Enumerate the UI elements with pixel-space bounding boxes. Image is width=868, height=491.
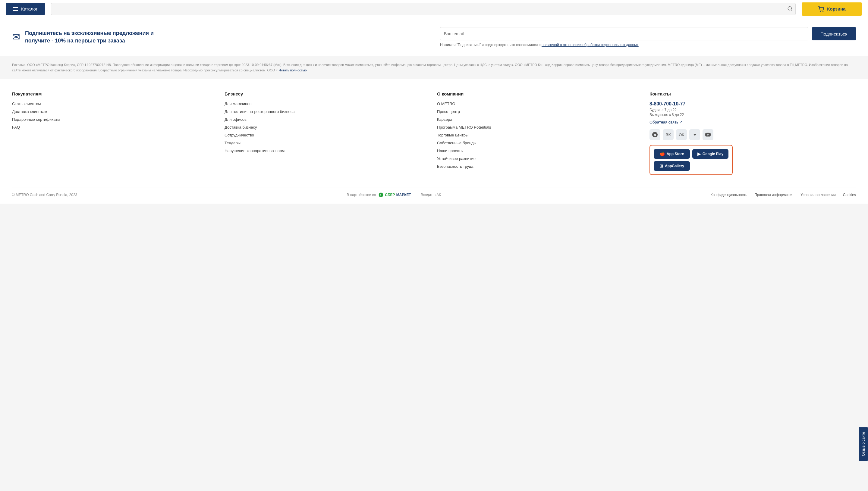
app-store-label: App Store bbox=[667, 152, 684, 156]
newsletter-title: Подпишитесь на эксклюзивные предложения … bbox=[25, 30, 154, 45]
svg-point-0 bbox=[788, 6, 791, 10]
list-item: Собственные бренды bbox=[437, 140, 643, 145]
subscribe-button[interactable]: Подписаться bbox=[812, 27, 856, 40]
youtube-icon[interactable] bbox=[703, 129, 713, 140]
potentials-link[interactable]: Программа METRO Potentials bbox=[437, 125, 491, 129]
career-link[interactable]: Карьера bbox=[437, 117, 452, 122]
social-icons: ВК ОК ✦ bbox=[649, 129, 856, 140]
footer: Покупателям Стать клиентом Доставка клие… bbox=[0, 79, 868, 204]
sber-logo: С СБЕР МАРКЕТ bbox=[378, 192, 411, 198]
list-item: Доставка клиентам bbox=[12, 109, 219, 114]
star-icon[interactable]: ✦ bbox=[689, 129, 700, 140]
own-brands-link[interactable]: Собственные бренды bbox=[437, 141, 476, 145]
press-center-link[interactable]: Пресс-центр bbox=[437, 109, 460, 114]
privacy-policy-link[interactable]: политикой в отношении обработки персонал… bbox=[541, 43, 639, 47]
svg-point-3 bbox=[823, 11, 823, 11]
sber-icon: С bbox=[378, 192, 384, 198]
app-store-button[interactable]: 🍎 App Store bbox=[654, 149, 690, 159]
svg-point-2 bbox=[820, 11, 821, 11]
about-metro-link[interactable]: О METRO bbox=[437, 102, 455, 106]
cart-button[interactable]: Корзина bbox=[802, 2, 862, 16]
list-item: Пресс-центр bbox=[437, 109, 643, 114]
list-item: Для гостинично-ресторанного бизнеса bbox=[225, 109, 431, 114]
search-input[interactable] bbox=[51, 3, 796, 15]
search-button[interactable] bbox=[787, 6, 793, 12]
legal-text: Реклама. ООО «МЕТРО Кэш энд Керри», ОГРН… bbox=[12, 63, 848, 72]
footer-columns: Покупателям Стать клиентом Доставка клие… bbox=[12, 91, 856, 175]
cart-label: Корзина bbox=[827, 6, 845, 11]
footer-col-buyers: Покупателям Стать клиентом Доставка клие… bbox=[12, 91, 219, 175]
privacy-link[interactable]: Конфиденциальность bbox=[710, 193, 747, 197]
newsletter-title-line1: Подпишитесь на эксклюзивные предложения … bbox=[25, 30, 154, 36]
list-item: Торговые центры bbox=[437, 133, 643, 137]
app-gallery-button[interactable]: ⊞ AppGallery bbox=[654, 161, 690, 171]
feedback-link[interactable]: Обратная связь ↗ bbox=[649, 120, 683, 124]
email-input[interactable] bbox=[440, 27, 808, 40]
list-item: Для офисов bbox=[225, 117, 431, 122]
for-shops-link[interactable]: Для магазинов bbox=[225, 102, 251, 106]
google-play-label: Google Play bbox=[703, 152, 723, 156]
phone-link[interactable]: 8-800-700-10-77 bbox=[649, 101, 856, 107]
terms-link[interactable]: Условия соглашения bbox=[801, 193, 836, 197]
footer-col-contacts-title: Контакты bbox=[649, 91, 856, 96]
footer-bottom-links: Конфиденциальность Правовая информация У… bbox=[710, 193, 856, 197]
footer-col-business-list: Для магазинов Для гостинично-ресторанног… bbox=[225, 101, 431, 153]
search-wrapper bbox=[51, 3, 796, 15]
legal-info-link[interactable]: Правовая информация bbox=[754, 193, 793, 197]
catalog-button[interactable]: Каталог bbox=[6, 3, 45, 15]
header: Каталог Корзина bbox=[0, 0, 868, 18]
newsletter-form: Подписаться bbox=[440, 27, 856, 40]
footer-col-buyers-title: Покупателям bbox=[12, 91, 219, 96]
labor-safety-link[interactable]: Безопасность труда bbox=[437, 164, 473, 169]
list-item: Стать клиентом bbox=[12, 101, 219, 106]
footer-col-about-list: О METRO Пресс-центр Карьера Программа ME… bbox=[437, 101, 643, 169]
list-item: Наши проекты bbox=[437, 148, 643, 153]
faq-link[interactable]: FAQ bbox=[12, 125, 20, 129]
enters-text: Входит в АК bbox=[421, 193, 441, 197]
list-item: Устойчивое развитие bbox=[437, 156, 643, 161]
footer-col-buyers-list: Стать клиентом Доставка клиентам Подароч… bbox=[12, 101, 219, 129]
for-offices-link[interactable]: Для офисов bbox=[225, 117, 247, 122]
legal-section: Реклама. ООО «МЕТРО Кэш энд Керри», ОГРН… bbox=[0, 56, 868, 79]
footer-col-business: Бизнесу Для магазинов Для гостинично-рес… bbox=[225, 91, 431, 175]
app-buttons-row-bottom: ⊞ AppGallery bbox=[654, 161, 728, 171]
list-item: О METRO bbox=[437, 101, 643, 106]
weekend-hours: Выходные: с 8 до 22 bbox=[649, 113, 856, 117]
for-horeca-link[interactable]: Для гостинично-ресторанного бизнеса bbox=[225, 109, 295, 114]
telegram-icon[interactable] bbox=[649, 129, 660, 140]
footer-col-about-title: О компании bbox=[437, 91, 643, 96]
list-item: FAQ bbox=[12, 125, 219, 129]
corporate-violations-link[interactable]: Нарушение корпоративных норм bbox=[225, 148, 284, 153]
delivery-link[interactable]: Доставка клиентам bbox=[12, 109, 47, 114]
app-buttons-wrapper: 🍎 App Store ▶ Google Play ⊞ AppGallery bbox=[649, 145, 733, 175]
cookies-link[interactable]: Cookies bbox=[843, 193, 856, 197]
catalog-label: Каталог bbox=[21, 6, 38, 11]
list-item: Тендеры bbox=[225, 140, 431, 145]
svg-text:С: С bbox=[380, 194, 382, 196]
sustainability-link[interactable]: Устойчивое развитие bbox=[437, 156, 476, 161]
gift-cards-link[interactable]: Подарочные сертификаты bbox=[12, 117, 60, 122]
projects-link[interactable]: Наши проекты bbox=[437, 148, 464, 153]
app-gallery-icon: ⊞ bbox=[660, 164, 663, 168]
read-more-link[interactable]: Читать полностью bbox=[279, 68, 307, 72]
vk-icon[interactable]: ВК bbox=[663, 129, 674, 140]
svg-line-1 bbox=[791, 9, 792, 10]
business-delivery-link[interactable]: Доставка бизнесу bbox=[225, 125, 257, 129]
stores-link[interactable]: Торговые центры bbox=[437, 133, 468, 137]
search-icon bbox=[787, 6, 793, 11]
ok-icon[interactable]: ОК bbox=[676, 129, 687, 140]
weekday-hours: Будни: с 7 до 22 bbox=[649, 108, 856, 112]
app-gallery-label: AppGallery bbox=[665, 164, 684, 168]
tenders-link[interactable]: Тендеры bbox=[225, 141, 241, 145]
footer-bottom: © METRO Cash and Carry Russia, 2023 В па… bbox=[12, 187, 856, 198]
list-item: Безопасность труда bbox=[437, 164, 643, 169]
partner-section: В партнёрстве со С СБЕР МАРКЕТ bbox=[346, 192, 411, 198]
list-item: Сотрудничество bbox=[225, 133, 431, 137]
app-buttons-row-top: 🍎 App Store ▶ Google Play bbox=[654, 149, 728, 159]
google-play-button[interactable]: ▶ Google Play bbox=[692, 149, 728, 159]
list-item: Доставка бизнесу bbox=[225, 125, 431, 129]
cart-icon bbox=[818, 6, 824, 12]
cooperation-link[interactable]: Сотрудничество bbox=[225, 133, 254, 137]
become-client-link[interactable]: Стать клиентом bbox=[12, 102, 41, 106]
partner-text: В партнёрстве со bbox=[346, 193, 376, 197]
